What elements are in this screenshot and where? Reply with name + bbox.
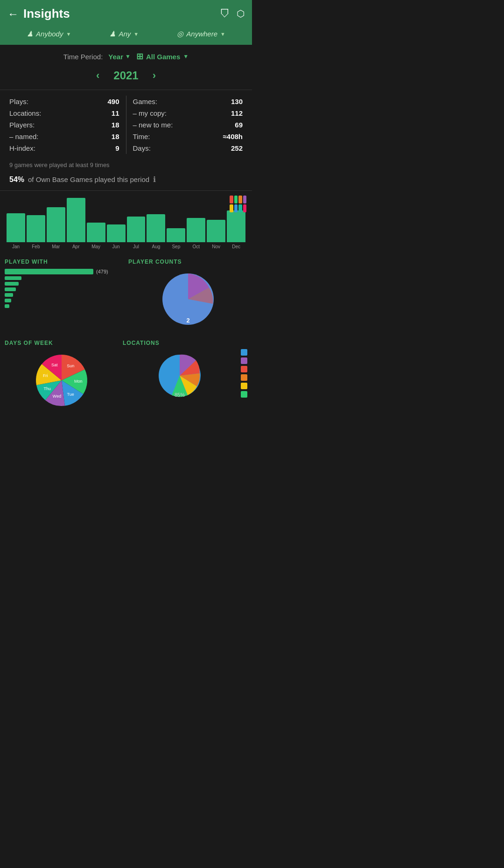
chart-bar-aug[interactable] xyxy=(147,214,165,242)
time-period-label: Time Period: xyxy=(63,53,103,61)
plays-value: 490 xyxy=(107,98,119,105)
share-icon[interactable]: ⬡ xyxy=(237,8,245,20)
anybody-label: Anybody xyxy=(36,30,63,38)
played-bars: (479) xyxy=(5,269,124,312)
players-value: 18 xyxy=(112,121,119,129)
legend-color-swatch xyxy=(241,391,247,398)
days-label: Days: xyxy=(133,144,151,152)
own-games-row: 54% of Own Base Games played this period… xyxy=(0,172,252,190)
days-label-sun: Sun xyxy=(67,364,74,368)
anywhere-arrow: ▼ xyxy=(220,31,225,37)
filter-any[interactable]: ♟ Any ▼ xyxy=(109,29,139,38)
played-bar-row xyxy=(5,299,124,302)
filter-anywhere[interactable]: ◎ Anywhere ▼ xyxy=(177,29,225,38)
newtome-label: – new to me: xyxy=(133,121,173,129)
players-label: Players: xyxy=(9,121,35,129)
player-pie-svg: 2 xyxy=(158,269,218,329)
chart-label-jul: Jul xyxy=(127,244,146,249)
player-pie-wrap: 2 xyxy=(158,269,218,331)
chart-bar-jun[interactable] xyxy=(107,224,126,242)
days-of-week-section: DAYS OF WEEK SunMonTueWedThuFriSat xyxy=(5,340,118,411)
year-nav: ‹ 2021 › xyxy=(0,64,252,90)
chart-label-apr: Apr xyxy=(67,244,85,249)
own-pct: 54% xyxy=(9,175,24,184)
stat-time: Time: ≈408h xyxy=(133,131,243,142)
chart-label-sep: Sep xyxy=(167,244,185,249)
next-year-button[interactable]: › xyxy=(153,70,156,82)
any-label: Any xyxy=(119,30,131,38)
stat-newtome: – new to me: 69 xyxy=(133,119,243,131)
played-with-title: PLAYED WITH xyxy=(5,259,124,265)
chart-label-aug: Aug xyxy=(147,244,165,249)
chart-bar-may[interactable] xyxy=(87,223,105,242)
hindex-value: 9 xyxy=(115,144,119,152)
stats-right: Games: 130 – my copy: 112 – new to me: 6… xyxy=(133,96,243,154)
back-button[interactable]: ← xyxy=(7,7,19,21)
chart-bar-feb[interactable] xyxy=(27,215,45,242)
played-bar xyxy=(5,304,9,308)
chart-bar-oct[interactable] xyxy=(187,218,205,242)
anybody-arrow: ▼ xyxy=(66,31,71,37)
color-cell xyxy=(243,204,247,212)
legend-item xyxy=(241,383,247,389)
locations-title: LOCATIONS xyxy=(123,340,236,346)
legend-col xyxy=(241,340,247,411)
games-icon: ⊞ xyxy=(136,51,143,62)
locations-value: 11 xyxy=(112,109,119,117)
chart-bar-nov[interactable] xyxy=(207,220,225,242)
days-pie-svg: SunMonTueWedThuFriSat xyxy=(31,350,92,411)
mycopy-value: 112 xyxy=(231,109,243,117)
hindex-label: H-index: xyxy=(9,144,35,152)
games-arrow: ▼ xyxy=(183,53,189,60)
filter-icon[interactable]: ⛉ xyxy=(220,8,230,20)
chart-bar-apr[interactable] xyxy=(67,198,85,242)
plays-label: Plays: xyxy=(9,98,28,105)
chart-bar-sep[interactable] xyxy=(167,228,185,242)
chart-bar-jul[interactable] xyxy=(127,217,146,242)
page-title: Insights xyxy=(23,7,70,21)
locations-label: Locations: xyxy=(9,109,41,117)
named-value: 18 xyxy=(112,133,119,140)
chart-bar-mar[interactable] xyxy=(47,207,65,242)
legend-item xyxy=(241,366,247,372)
own-text: of Own Base Games played this period xyxy=(28,175,149,183)
player-counts-title: PLAYER COUNTS xyxy=(128,259,247,265)
filter-anybody[interactable]: ♟ Anybody ▼ xyxy=(27,29,71,38)
days-label-wed: Wed xyxy=(52,394,61,399)
days-label-thu: Thu xyxy=(43,386,51,391)
info-icon[interactable]: ℹ xyxy=(153,175,156,184)
locations-pie: 85% xyxy=(123,350,236,401)
any-icon: ♟ xyxy=(109,29,116,38)
header: ← Insights ⛉ ⬡ xyxy=(0,0,252,26)
chart-bar-dec[interactable] xyxy=(227,210,245,242)
current-year: 2021 xyxy=(113,69,138,82)
color-cell xyxy=(230,204,233,212)
played-bar-row xyxy=(5,276,124,280)
newtome-value: 69 xyxy=(235,121,243,129)
played-with-section: PLAYED WITH (479) xyxy=(5,259,124,331)
period-dropdown[interactable]: Year ▼ xyxy=(108,53,131,61)
prev-year-button[interactable]: ‹ xyxy=(96,70,99,82)
color-cell xyxy=(238,196,242,203)
anywhere-icon: ◎ xyxy=(177,29,183,38)
played-bar xyxy=(5,293,13,297)
games-label: Games: xyxy=(133,98,158,105)
played-bar-row xyxy=(5,282,124,286)
days-value: 252 xyxy=(231,144,243,152)
played-bar xyxy=(5,276,21,280)
chart-section: JanFebMarAprMayJunJulAugSepOctNovDec xyxy=(0,190,252,252)
time-period-row: Time Period: Year ▼ ⊞ All Games ▼ xyxy=(0,45,252,64)
anybody-icon: ♟ xyxy=(27,29,33,38)
legend-item xyxy=(241,374,247,381)
legend-color-swatch xyxy=(241,366,247,372)
games-dropdown[interactable]: ⊞ All Games ▼ xyxy=(136,51,189,62)
stat-games: Games: 130 xyxy=(133,96,243,107)
named-label: – named: xyxy=(9,133,39,140)
chart-bar-jan[interactable] xyxy=(7,213,25,242)
color-cell xyxy=(234,196,238,203)
player-counts-section: PLAYER COUNTS 2 xyxy=(128,259,247,331)
chart-labels: JanFebMarAprMayJunJulAugSepOctNovDec xyxy=(5,242,247,252)
chart-label-dec: Dec xyxy=(227,244,245,249)
color-grid-icon[interactable] xyxy=(230,196,246,212)
svg-text:2: 2 xyxy=(186,317,189,324)
